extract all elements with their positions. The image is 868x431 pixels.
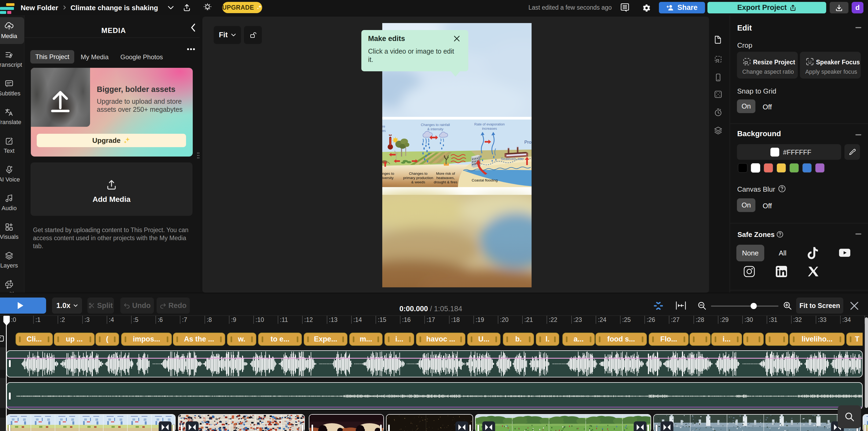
svg-text:iversity: iversity	[382, 176, 394, 180]
svg-text:& weeds: & weeds	[411, 180, 425, 184]
svg-text:es: es	[382, 129, 386, 133]
svg-text:Pro: Pro	[524, 140, 531, 145]
svg-text:re: re	[382, 125, 385, 128]
svg-text:Changes to rainfall: Changes to rainfall	[421, 123, 450, 127]
svg-text:nges to: nges to	[382, 172, 394, 176]
svg-text:Changes to: Changes to	[409, 172, 427, 176]
svg-text:heatwaves,: heatwaves,	[436, 176, 455, 180]
svg-text:Sealevels rise: Sealevels rise	[501, 157, 523, 161]
svg-text:primary production: primary production	[403, 176, 433, 180]
svg-text:Rate of evaporation: Rate of evaporation	[474, 122, 504, 126]
svg-text:increases: increases	[482, 126, 497, 130]
svg-text:More risk of: More risk of	[436, 172, 455, 176]
svg-text:& intensity: & intensity	[427, 127, 443, 131]
svg-text:Coastal flooding: Coastal flooding	[472, 178, 498, 182]
svg-text:drought & fires: drought & fires	[434, 180, 457, 184]
